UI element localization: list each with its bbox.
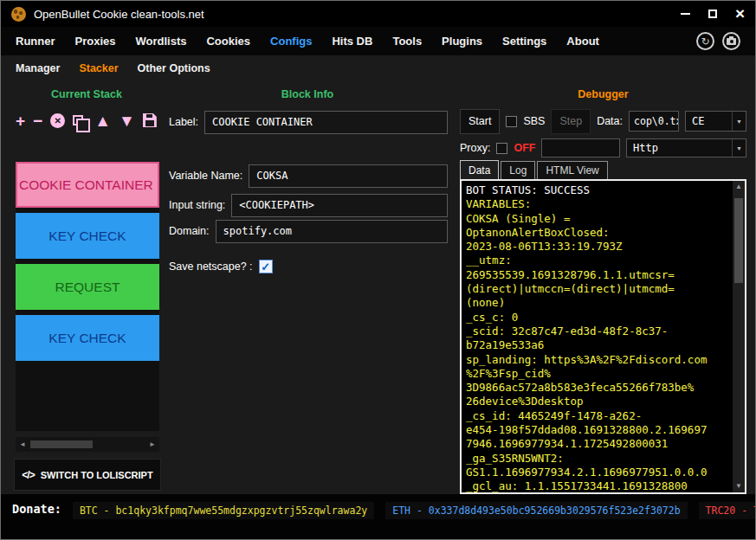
add-block-icon[interactable]: + — [16, 112, 25, 129]
move-down-icon[interactable]: ▼ — [119, 112, 135, 129]
stack-block-keycheck-2[interactable]: KEY CHECK — [16, 315, 159, 361]
block-info-title: Block Info — [165, 88, 449, 100]
debug-line: COKSA (Single) = — [466, 212, 727, 226]
debug-line: VARIABLES: — [466, 197, 727, 211]
debug-line: (direct)|utmccn=(direct)|utmcmd= — [466, 282, 727, 296]
menu-item-settings[interactable]: Settings — [502, 35, 546, 48]
debug-line: __utmz: — [466, 254, 727, 267]
stack-block-request[interactable]: REQUEST — [16, 264, 159, 310]
scrollbar-thumb[interactable] — [30, 440, 93, 448]
stack-horizontal-scrollbar[interactable]: ◄ ► — [16, 437, 159, 452]
debugger-output-text: BOT STATUS: SUCCESS VARIABLES: COKSA (Si… — [466, 183, 727, 494]
menu-item-about[interactable]: About — [566, 35, 599, 48]
debug-line: GS1.1.1696977934.2.1.1696977951.0.0.0 — [466, 466, 727, 479]
debug-line: _ga_S35RN5WNT2: — [466, 452, 727, 466]
menu-item-runner[interactable]: Runner — [16, 35, 55, 48]
scroll-up-icon[interactable]: ▲ — [735, 181, 742, 193]
debugger-row-1: Start SBS Step Data: cop\0.txt CE ▼ — [460, 108, 746, 134]
debug-line: _gcl_au: 1.1.1551733441.1691328800 — [466, 479, 727, 493]
variable-name-input[interactable]: COKSA — [249, 164, 448, 188]
debug-line: _scid: 32c87c47-ed3d-48f2-8c37- — [466, 325, 727, 338]
variable-name-caption: Variable Name: — [169, 170, 242, 182]
label-input[interactable]: COOKIE CONTAINER — [204, 111, 448, 134]
chevron-down-icon[interactable]: ▼ — [732, 112, 746, 131]
wordlist-type-select[interactable]: CE ▼ — [685, 111, 746, 132]
tab-html-view[interactable]: HTML View — [537, 161, 607, 179]
proxy-checkbox[interactable] — [496, 143, 507, 154]
label-row: Label: COOKIE CONTAINER — [169, 110, 448, 134]
minimize-icon[interactable] — [681, 13, 690, 15]
submenu-item-other-options[interactable]: Other Options — [138, 62, 210, 74]
menu-item-hitsdb[interactable]: Hits DB — [332, 35, 372, 48]
clear-stack-icon[interactable]: ✕ — [50, 113, 65, 128]
debug-line: sp_landing: https%3A%2F%2Fdiscord.com — [466, 353, 727, 367]
window-title: OpenBullet Cookie clean-tools.net — [34, 8, 204, 21]
scrollbar-thumb[interactable] — [734, 198, 743, 283]
scroll-left-icon[interactable]: ◄ — [16, 440, 29, 448]
camera-icon[interactable] — [722, 32, 740, 50]
debugger-output: BOT STATUS: SUCCESS VARIABLES: COKSA (Si… — [460, 179, 746, 494]
output-vertical-scrollbar[interactable]: ▲ ▼ — [733, 181, 745, 492]
proxy-status: OFF — [514, 142, 535, 154]
cookie-app-icon — [11, 7, 26, 22]
trc20-address: TRC20 - T — [699, 502, 755, 519]
debugger-row-2: Proxy: OFF Http ▼ — [460, 138, 746, 158]
debug-line: e454-198f57ddad08.1691328800.2.169697 — [466, 423, 727, 437]
proxy-input[interactable] — [541, 138, 620, 158]
save-netscape-row: Save netscape? : ✓ — [169, 258, 448, 275]
switch-to-loliscript-button[interactable]: </> SWITCH TO LOLISCRIPT — [14, 459, 161, 491]
stack-block-keycheck-1[interactable]: KEY CHECK — [16, 213, 159, 259]
menu-item-plugins[interactable]: Plugins — [442, 35, 482, 48]
eth-address: ETH - 0x337d8d493e50bc952669b3029576f523… — [385, 502, 687, 519]
debug-line: 26device%3Ddesktop — [466, 395, 727, 408]
remove-block-icon[interactable]: − — [33, 112, 42, 129]
variable-name-row: Variable Name: COKSA — [169, 164, 448, 188]
start-button[interactable]: Start — [460, 109, 500, 134]
donate-caption: Donate: — [12, 502, 61, 516]
tab-data[interactable]: Data — [460, 160, 499, 179]
menu-item-tools[interactable]: Tools — [392, 35, 422, 48]
menu-bar: Runner Proxies Wordlists Cookies Configs… — [1, 27, 755, 55]
sbs-checkbox[interactable] — [506, 116, 517, 127]
bot-status-line: BOT STATUS: SUCCESS — [466, 183, 727, 197]
menu-item-wordlists[interactable]: Wordlists — [135, 35, 186, 48]
input-string-row: Input string: <COOKIEPATH> — [169, 193, 448, 217]
debug-line: OptanonAlertBoxClosed: — [466, 226, 727, 240]
proxy-type-select[interactable]: Http ▼ — [626, 138, 746, 158]
move-up-icon[interactable]: ▲ — [94, 112, 111, 129]
menu-item-configs[interactable]: Configs — [270, 35, 312, 48]
menu-item-proxies[interactable]: Proxies — [75, 35, 116, 48]
stack-block-cookie-container[interactable]: COOKIE CONTAINER — [16, 162, 159, 208]
chevron-down-icon[interactable]: ▼ — [732, 139, 746, 157]
window-controls: × — [681, 8, 745, 20]
data-input[interactable]: cop\0.txt — [629, 111, 679, 132]
scroll-down-icon[interactable]: ▼ — [735, 480, 742, 492]
input-string-input[interactable]: <COOKIEPATH> — [231, 194, 448, 217]
update-icon[interactable]: ↻ — [696, 32, 714, 50]
proxy-caption: Proxy: — [460, 142, 490, 154]
domain-input[interactable]: spotify.com — [216, 220, 448, 243]
submenu-item-stacker[interactable]: Stacker — [79, 62, 118, 74]
maximize-icon[interactable] — [708, 10, 717, 18]
debug-line: (none) — [466, 296, 727, 310]
scroll-right-icon[interactable]: ► — [145, 440, 159, 448]
domain-caption: Domain: — [169, 225, 210, 237]
close-icon[interactable]: × — [735, 8, 745, 20]
save-netscape-checkbox[interactable]: ✓ — [259, 260, 273, 273]
tab-log[interactable]: Log — [501, 161, 535, 179]
camera-body-icon — [727, 38, 736, 45]
switch-button-label: SWITCH TO LOLISCRIPT — [41, 470, 153, 480]
code-icon: </> — [22, 469, 34, 481]
proxy-type-value: Http — [627, 142, 732, 154]
stack-list: COOKIE CONTAINER KEY CHECK REQUEST KEY C… — [16, 162, 159, 431]
submenu-item-manager[interactable]: Manager — [16, 62, 60, 74]
clone-block-icon[interactable] — [73, 115, 83, 125]
step-button[interactable]: Step — [551, 109, 591, 134]
debug-line: 3D9866ac572a8b583e3feca55266f783be% — [466, 381, 727, 395]
save-netscape-caption: Save netscape? : — [169, 260, 253, 273]
save-config-icon[interactable] — [143, 113, 157, 127]
input-string-caption: Input string: — [169, 199, 225, 211]
app-window: { "window": { "title": "OpenBullet Cooki… — [0, 0, 756, 540]
debugger-tabs: Data Log HTML View — [460, 160, 610, 179]
menu-item-cookies[interactable]: Cookies — [206, 35, 250, 48]
